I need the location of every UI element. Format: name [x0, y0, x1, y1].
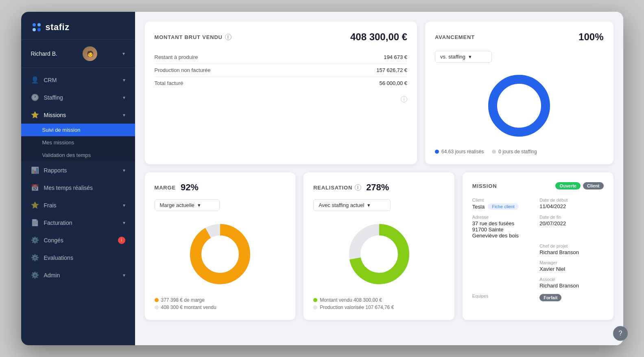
- legend-item: Montant vendu 408 300,00 €: [313, 297, 445, 303]
- facturation-icon: 📄: [31, 219, 39, 226]
- date-debut-value: 11/04/2022: [539, 203, 603, 209]
- svg-point-1: [37, 23, 41, 26]
- chevron-down-icon: ▾: [123, 168, 125, 173]
- sidebar-item-staffing[interactable]: 🕐 Staffing ▾: [21, 89, 135, 106]
- avancement-percent: 100%: [579, 31, 603, 43]
- sidebar-item-facturation[interactable]: 📄 Facturation ▾: [21, 214, 135, 231]
- sidebar-item-label: CRM: [44, 77, 118, 83]
- avancement-title: AVANCEMENT: [435, 34, 475, 40]
- client-detail: Client Tesla Fiche client: [472, 198, 536, 210]
- marge-title: MARGE: [155, 185, 176, 191]
- chevron-down-icon: ▾: [123, 95, 125, 100]
- realisation-header: REALISATION i 278%: [313, 182, 445, 193]
- line-label: Production non facturée: [155, 67, 211, 73]
- star-icon: ⭐: [31, 111, 39, 119]
- manager-label: Manager: [539, 260, 603, 265]
- legend-dot: [155, 298, 159, 302]
- legend-item: Production valorisée 107 674,76 €: [313, 305, 445, 310]
- sidebar-item-validation-temps[interactable]: Validation des temps: [21, 149, 135, 161]
- badge-client: Client: [583, 182, 604, 189]
- mission-title: MISSION: [472, 183, 497, 189]
- card-title: MONTANT BRUT VENDU i: [155, 34, 231, 40]
- cards-row-1: MONTANT BRUT VENDU i 408 300,00 € Restan…: [145, 22, 613, 164]
- app-name: stafiz: [46, 22, 70, 33]
- equipes-detail: Equipes: [472, 294, 536, 301]
- realisation-title: REALISATION i: [313, 184, 361, 191]
- sidebar-item-label: Congés: [44, 237, 111, 244]
- client-value: Tesla: [472, 204, 485, 210]
- sidebar-item-evaluations[interactable]: ⚙️ Evaluations: [21, 249, 135, 266]
- mission-card-header: MISSION Ouverte Client: [472, 182, 604, 189]
- marge-header: MARGE 92%: [155, 182, 286, 193]
- sidebar-item-label: Mes temps réalisés: [44, 185, 125, 191]
- dropdown-label: Avec staffing actuel: [319, 202, 364, 208]
- fiche-client-button[interactable]: Fiche client: [488, 203, 519, 210]
- date-debut-label: Date de début: [539, 198, 603, 202]
- line-value: 157 626,72 €: [376, 67, 407, 73]
- line-item: Production non facturée 157 626,72 €: [155, 64, 408, 77]
- chevron-down-icon: ▾: [123, 220, 125, 226]
- info-icon-bottom[interactable]: i: [401, 96, 407, 102]
- chevron-down-icon: ▾: [123, 272, 125, 278]
- associe-value: Richard Branson: [539, 283, 603, 289]
- manager-detail: Manager Xavier Niel: [539, 260, 603, 272]
- mission-badges: Ouverte Client: [555, 182, 603, 189]
- legend-label: 377 398 € de marge: [161, 297, 205, 303]
- card-header: MONTANT BRUT VENDU i 408 300,00 €: [155, 31, 408, 43]
- sidebar-item-temps-realises[interactable]: 📅 Mes temps réalisés: [21, 179, 135, 196]
- montant-brut-value: 408 300,00 €: [350, 31, 407, 43]
- svg-point-7: [196, 230, 245, 279]
- sidebar-item-conges[interactable]: ⚙️ Congés i: [21, 231, 135, 249]
- avancement-card: AVANCEMENT 100% vs. staffing ▾: [425, 22, 613, 164]
- sidebar-user[interactable]: Richard B. 🧑 ▾: [21, 40, 135, 68]
- sidebar-item-frais[interactable]: ⭐ Frais ▾: [21, 196, 135, 214]
- svg-point-3: [37, 28, 41, 31]
- line-value: 194 673 €: [384, 54, 407, 60]
- info-icon[interactable]: i: [225, 34, 231, 40]
- sidebar-item-missions[interactable]: ⭐ Missions ▾: [21, 106, 135, 124]
- calendar-icon: 📅: [31, 184, 39, 192]
- realisation-donut: [313, 218, 445, 291]
- user-info: Richard B.: [31, 50, 57, 57]
- sidebar-navigation: 👤 CRM ▾ 🕐 Staffing ▾ ⭐ Missions ▾ Suivi …: [21, 68, 135, 345]
- chevron-down-icon: ▾: [123, 112, 125, 118]
- avatar: 🧑: [83, 46, 97, 61]
- evaluations-icon: ⚙️: [31, 254, 39, 261]
- date-fin-value: 20/07/2022: [539, 220, 603, 226]
- line-label: Total facturé: [155, 80, 183, 86]
- avancement-dropdown[interactable]: vs. staffing ▾: [435, 51, 492, 63]
- missions-subnav: Suivi de mission Mes missions Validation…: [21, 124, 135, 161]
- info-icon[interactable]: i: [355, 184, 361, 191]
- sidebar-item-label: Evaluations: [44, 255, 125, 261]
- associe-label: Associé: [539, 277, 603, 282]
- sidebar-item-mes-missions[interactable]: Mes missions: [21, 136, 135, 149]
- dropdown-label: Marge actuelle: [160, 202, 194, 208]
- conges-icon: ⚙️: [31, 236, 39, 244]
- legend-dot: [492, 150, 496, 154]
- legend-item: 0 jours de staffing: [492, 149, 537, 155]
- sidebar-logo: stafiz: [21, 12, 135, 40]
- chevron-down-icon: ▾: [123, 77, 125, 83]
- realisation-percent: 278%: [366, 182, 389, 193]
- line-label: Restant à produire: [155, 54, 198, 60]
- montant-brut-card: MONTANT BRUT VENDU i 408 300,00 € Restan…: [145, 22, 417, 164]
- app-frame: stafiz Richard B. 🧑 ▾ 👤 CRM ▾ 🕐 Staffing…: [21, 12, 623, 345]
- sidebar-item-crm[interactable]: 👤 CRM ▾: [21, 71, 135, 89]
- realisation-dropdown[interactable]: Avec staffing actuel ▾: [313, 199, 391, 211]
- avancement-card-header: AVANCEMENT 100%: [435, 31, 603, 43]
- sidebar-item-rapports[interactable]: 📊 Rapports ▾: [21, 161, 135, 179]
- marge-donut: [155, 218, 286, 291]
- line-item: Total facturé 56 000,00 €: [155, 77, 408, 89]
- legend-dot: [435, 150, 439, 154]
- legend-dot: [313, 298, 317, 302]
- legend-label: Montant vendu 408 300,00 €: [320, 297, 382, 303]
- marge-dropdown[interactable]: Marge actuelle ▾: [155, 199, 220, 211]
- sidebar-item-suivi-mission[interactable]: Suivi de mission: [21, 124, 135, 136]
- sidebar-item-admin[interactable]: ⚙️ Admin ▾: [21, 266, 135, 284]
- help-button[interactable]: ?: [613, 326, 628, 341]
- legend-label: Production valorisée 107 674,76 €: [320, 305, 394, 310]
- sidebar-item-label: Rapports: [44, 167, 118, 174]
- line-value: 56 000,00 €: [379, 80, 407, 86]
- notification-badge: i: [118, 237, 125, 244]
- mission-details: Client Tesla Fiche client Date de début …: [472, 198, 604, 301]
